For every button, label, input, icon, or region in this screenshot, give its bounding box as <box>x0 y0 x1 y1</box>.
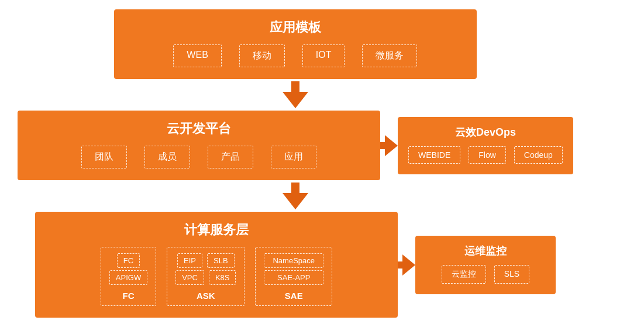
tag-apigw: APIGW <box>109 270 147 285</box>
arrow-down-1 <box>283 81 308 108</box>
cloud-platform-items: 团队 成员 产品 应用 <box>29 146 369 168</box>
compute-layer-block: 计算服务层 FC APIGW FC <box>35 212 398 318</box>
app-template-block: 应用模板 WEB 移动 IOT 微服务 <box>114 9 477 79</box>
compute-items: FC APIGW FC EIP SLB <box>47 247 386 306</box>
devops-items: WEBIDE Flow Codeup <box>408 146 563 164</box>
item-codeup: Codeup <box>514 146 563 164</box>
left-column: 应用模板 WEB 移动 IOT 微服务 云开发平台 团队 成员 产品 应用 <box>18 9 573 318</box>
item-app: 应用 <box>271 146 316 168</box>
cloud-platform-block: 云开发平台 团队 成员 产品 应用 <box>18 111 380 180</box>
tag-sae-app: SAE-APP <box>264 270 323 285</box>
ops-monitor-title: 运维监控 <box>426 244 545 258</box>
ask-row1: EIP SLB <box>177 253 235 268</box>
fc-group: FC APIGW FC <box>101 247 156 306</box>
item-team: 团队 <box>81 146 127 168</box>
fc-tags-2: APIGW <box>109 270 147 285</box>
app-template-title: 应用模板 <box>126 19 465 36</box>
item-flow: Flow <box>469 146 506 164</box>
item-web: WEB <box>173 44 221 67</box>
devops-title: 云效DevOps <box>408 125 563 139</box>
item-mobile: 移动 <box>239 44 285 67</box>
tag-vpc: VPC <box>175 270 204 285</box>
devops-block: 云效DevOps WEBIDE Flow Codeup <box>398 117 573 174</box>
tag-k8s: K8S <box>209 270 236 285</box>
ask-row2: VPC K8S <box>175 270 236 285</box>
compute-layer-title: 计算服务层 <box>47 221 386 239</box>
item-product: 产品 <box>208 146 253 168</box>
ask-group: EIP SLB VPC K8S ASK <box>167 247 244 306</box>
app-template-items: WEB 移动 IOT 微服务 <box>126 44 465 67</box>
tag-namespace: NameSpace <box>264 253 323 268</box>
item-webide: WEBIDE <box>408 146 460 164</box>
ops-monitor-block: 运维监控 云监控 SLS <box>415 236 556 294</box>
arrow-down-2 <box>283 183 308 209</box>
item-microservice: 微服务 <box>362 44 417 67</box>
main-layout: 应用模板 WEB 移动 IOT 微服务 云开发平台 团队 成员 产品 应用 <box>18 9 626 318</box>
ask-label: ASK <box>197 291 215 301</box>
tag-slb: SLB <box>207 253 235 268</box>
sae-label: SAE <box>285 291 303 301</box>
item-iot: IOT <box>302 44 345 67</box>
compute-layer-row: 计算服务层 FC APIGW FC <box>35 212 556 318</box>
ops-entry: 运维监控 云监控 SLS <box>398 236 556 294</box>
tag-fc: FC <box>117 253 140 268</box>
fc-label: FC <box>122 291 134 301</box>
cloud-platform-title: 云开发平台 <box>29 120 369 137</box>
item-cloud-monitor: 云监控 <box>442 265 486 284</box>
ops-monitor-items: 云监控 SLS <box>426 265 545 284</box>
tag-eip: EIP <box>177 253 202 268</box>
devops-entry: 云效DevOps WEBIDE Flow Codeup <box>380 117 573 174</box>
item-member: 成员 <box>144 146 190 168</box>
item-sls: SLS <box>494 265 529 284</box>
cloud-platform-row: 云开发平台 团队 成员 产品 应用 云效DevOps WEBIDE <box>18 111 573 180</box>
fc-tags: FC <box>117 253 140 268</box>
sae-group: NameSpace SAE-APP SAE <box>255 247 332 306</box>
